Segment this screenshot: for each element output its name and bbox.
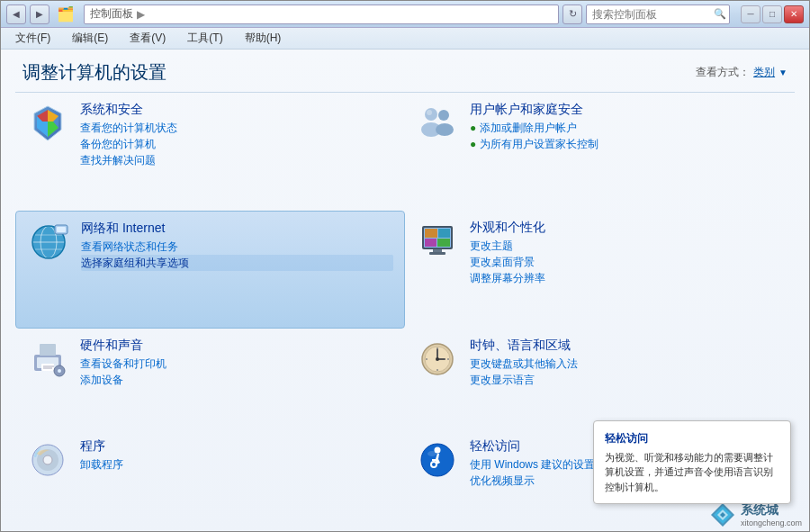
programs-link-0[interactable]: 卸载程序: [80, 456, 394, 473]
network-internet-link-1[interactable]: 选择家庭组和共享选项: [81, 255, 393, 271]
system-security-link-2[interactable]: 查找并解决问题: [80, 152, 394, 168]
watermark-brand: 系统城: [741, 502, 778, 517]
content-header: 调整计算机的设置 查看方式： 类别 ▼: [1, 50, 809, 92]
refresh-button[interactable]: ↻: [562, 5, 582, 24]
main-content: 调整计算机的设置 查看方式： 类别 ▼: [1, 50, 809, 531]
appearance-link-0[interactable]: 更改主题: [470, 238, 784, 254]
hardware-sound-icon: [26, 338, 69, 381]
title-bar: ◀ ▶ 🗂️ 控制面板 ▶ ↻ 🔍 ─ □ ✕: [1, 1, 809, 28]
svg-rect-22: [425, 229, 437, 238]
programs-text: 程序 卸载程序: [80, 438, 394, 473]
network-internet-link-0[interactable]: 查看网络状态和任务: [81, 239, 393, 255]
user-accounts-text: 用户帐户和家庭安全 ● 添加或删除用户帐户 ● 为所有用户设置家长控制: [470, 102, 784, 152]
menu-tools[interactable]: 工具(T): [180, 29, 230, 48]
system-security-link-0[interactable]: 查看您的计算机状态: [80, 120, 394, 136]
accessibility-tooltip: 轻松访问 为视觉、听觉和移动能力的需要调整计算机设置，并通过声音令使用语言识别控…: [593, 420, 791, 505]
system-security-icon: [26, 102, 69, 145]
user-accounts-link-1[interactable]: ● 为所有用户设置家长控制: [470, 136, 784, 152]
menu-help[interactable]: 帮助(H): [238, 29, 289, 48]
close-button[interactable]: ✕: [784, 5, 804, 23]
svg-point-47: [43, 455, 52, 464]
user-accounts-icon: [416, 102, 459, 145]
svg-rect-27: [429, 252, 446, 255]
menu-file[interactable]: 文件(F): [8, 29, 58, 48]
watermark-logo: [710, 502, 735, 527]
address-text: 控制面板: [90, 6, 133, 22]
network-internet-text: 网络和 Internet 查看网络状态和任务 选择家庭组和共享选项: [81, 221, 393, 271]
address-bar[interactable]: 控制面板 ▶: [84, 5, 559, 24]
hardware-sound-link-0[interactable]: 查看设备和打印机: [80, 356, 394, 372]
programs-title[interactable]: 程序: [80, 438, 394, 455]
hardware-sound-link-1[interactable]: 添加设备: [80, 372, 394, 388]
view-mode-value[interactable]: 类别: [753, 65, 775, 80]
system-security-link-1[interactable]: 备份您的计算机: [80, 136, 394, 152]
svg-rect-30: [40, 344, 56, 356]
back-button[interactable]: ◀: [6, 5, 26, 24]
tooltip-body: 为视觉、听觉和移动能力的需要调整计算机设置，并通过声音令使用语言识别控制计算机。: [605, 450, 779, 495]
menu-view[interactable]: 查看(V): [122, 29, 173, 48]
svg-point-11: [427, 110, 432, 115]
hardware-sound-item[interactable]: 硬件和声音 查看设备和打印机 添加设备: [15, 329, 405, 430]
user-accounts-item[interactable]: 用户帐户和家庭安全 ● 添加或删除用户帐户 ● 为所有用户设置家长控制: [405, 93, 795, 211]
forward-button[interactable]: ▶: [30, 5, 50, 24]
network-internet-item[interactable]: 网络和 Internet 查看网络状态和任务 选择家庭组和共享选项: [15, 211, 405, 329]
programs-item[interactable]: 程序 卸载程序: [15, 429, 405, 531]
clock-language-icon: [416, 338, 459, 381]
clock-language-link-0[interactable]: 更改键盘或其他输入法: [470, 356, 784, 372]
watermark-url: xitongcheng.com: [741, 518, 802, 527]
network-internet-title[interactable]: 网络和 Internet: [81, 221, 393, 237]
appearance-link-1[interactable]: 更改桌面背景: [470, 254, 784, 270]
appearance-text: 外观和个性化 更改主题 更改桌面背景 调整屏幕分辨率: [470, 220, 784, 286]
user-accounts-title[interactable]: 用户帐户和家庭安全: [470, 102, 784, 118]
svg-point-9: [438, 110, 449, 121]
clock-language-link-1[interactable]: 更改显示语言: [470, 372, 784, 388]
svg-point-40: [436, 357, 439, 361]
page-title: 调整计算机的设置: [22, 60, 166, 85]
view-mode-selector[interactable]: 查看方式： 类别 ▼: [696, 65, 788, 80]
control-panel-window: ◀ ▶ 🗂️ 控制面板 ▶ ↻ 🔍 ─ □ ✕ 文件(F) 编辑(E) 查看(V…: [0, 0, 810, 532]
clock-language-item[interactable]: 时钟、语言和区域 更改键盘或其他输入法 更改显示语言: [405, 329, 795, 430]
appearance-icon: [416, 220, 459, 263]
svg-point-10: [436, 123, 454, 136]
minimize-button[interactable]: ─: [741, 5, 760, 23]
maximize-button[interactable]: □: [762, 5, 782, 23]
folder-icon: 🗂️: [57, 5, 75, 23]
view-mode-label: 查看方式：: [696, 65, 750, 80]
tooltip-title: 轻松访问: [605, 430, 779, 446]
clock-language-text: 时钟、语言和区域 更改键盘或其他输入法 更改显示语言: [470, 338, 784, 388]
svg-point-52: [428, 451, 436, 456]
system-security-item[interactable]: 系统和安全 查看您的计算机状态 备份您的计算机 查找并解决问题: [15, 93, 405, 211]
user-accounts-link-0[interactable]: ● 添加或删除用户帐户: [470, 120, 784, 136]
search-container: 🔍: [586, 5, 730, 24]
svg-rect-24: [425, 239, 436, 247]
svg-rect-19: [57, 227, 66, 232]
svg-point-35: [58, 369, 61, 373]
hardware-sound-text: 硬件和声音 查看设备和打印机 添加设备: [80, 338, 394, 388]
watermark: 系统城 xitongcheng.com: [710, 502, 802, 527]
view-mode-arrow: ▼: [778, 68, 788, 77]
search-input[interactable]: [586, 5, 730, 24]
window-controls: ─ □ ✕: [741, 5, 804, 23]
svg-rect-31: [41, 364, 54, 371]
appearance-title[interactable]: 外观和个性化: [470, 220, 784, 236]
clock-language-title[interactable]: 时钟、语言和区域: [470, 338, 784, 354]
watermark-text-block: 系统城 xitongcheng.com: [741, 502, 802, 527]
appearance-item[interactable]: 外观和个性化 更改主题 更改桌面背景 调整屏幕分辨率: [405, 211, 795, 329]
menu-bar: 文件(F) 编辑(E) 查看(V) 工具(T) 帮助(H): [1, 28, 809, 50]
programs-icon: [26, 438, 69, 482]
menu-edit[interactable]: 编辑(E): [65, 29, 115, 48]
network-internet-icon: [27, 221, 70, 264]
svg-rect-25: [437, 239, 450, 247]
address-bar-container: 控制面板 ▶ ↻ 🔍: [84, 5, 730, 24]
system-security-title[interactable]: 系统和安全: [80, 102, 394, 118]
appearance-link-2[interactable]: 调整屏幕分辨率: [470, 270, 784, 286]
accessibility-icon: [416, 438, 459, 482]
hardware-sound-title[interactable]: 硬件和声音: [80, 338, 394, 354]
search-icon[interactable]: 🔍: [712, 6, 728, 23]
address-arrow: ▶: [137, 8, 145, 21]
svg-rect-23: [438, 229, 450, 238]
system-security-text: 系统和安全 查看您的计算机状态 备份您的计算机 查找并解决问题: [80, 102, 394, 168]
nav-controls: ◀ ▶ 🗂️: [6, 5, 78, 24]
